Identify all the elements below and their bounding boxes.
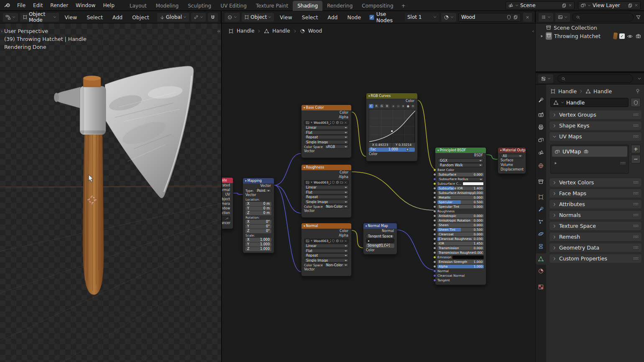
- socket-metallic[interactable]: [433, 196, 436, 199]
- expand-icon[interactable]: [540, 34, 544, 38]
- socket-emission[interactable]: [433, 256, 436, 259]
- socket-clearcoat-roughness[interactable]: [433, 237, 436, 240]
- node-header[interactable]: ▾Normal: [302, 223, 351, 229]
- curve-graph[interactable]: [369, 109, 415, 143]
- 3d-viewport[interactable]: User Perspective (39) Throwing Hatchet |…: [0, 23, 222, 362]
- snap-toggle[interactable]: [208, 13, 218, 22]
- region-join-icon[interactable]: ‹›: [217, 28, 220, 34]
- menu-help[interactable]: Help: [99, 0, 118, 11]
- use-nodes-toggle[interactable]: ✓Use Nodes: [369, 11, 401, 23]
- outliner-row-scene-collection[interactable]: Scene Collection: [536, 23, 644, 32]
- strength-slider[interactable]: Strength1.000: [366, 244, 394, 248]
- mapping-scale-x[interactable]: X1.000: [245, 238, 271, 242]
- breadcrumb-data[interactable]: Handle: [593, 88, 612, 94]
- socket-transmission[interactable]: [433, 247, 436, 250]
- close-icon[interactable]: [568, 3, 572, 7]
- properties-tab-physics[interactable]: [536, 228, 546, 240]
- node-image-texture-normal[interactable]: ▾NormalColorAlphaWood063_2K_N...LinearFl…: [301, 223, 352, 276]
- slider-sheen[interactable]: Sheen0.000: [437, 223, 484, 227]
- scene-selector[interactable]: Scene: [506, 1, 575, 10]
- slider-metallic[interactable]: Metallic0.000: [437, 196, 484, 200]
- uv-maps-list[interactable]: UVMap: [550, 145, 629, 174]
- node-header[interactable]: ▾Material Output: [498, 148, 526, 153]
- slider-sheen-tint[interactable]: Sheen Tint0.500: [437, 228, 484, 232]
- socket-alpha[interactable]: [433, 265, 436, 268]
- color-swatch-emission[interactable]: [452, 255, 484, 259]
- unlink-material-button[interactable]: [523, 13, 532, 22]
- socket-fac-in[interactable]: [406, 148, 409, 151]
- outliner-display-mode[interactable]: [539, 13, 553, 22]
- socket-tangent[interactable]: [433, 279, 436, 282]
- socket-transmission-roughness[interactable]: [433, 251, 436, 254]
- workspace-tab-compositing[interactable]: Compositing: [357, 1, 398, 11]
- properties-tab-constraints[interactable]: [536, 241, 546, 252]
- mapping-location-y[interactable]: Y0 m: [245, 206, 271, 211]
- properties-search[interactable]: [557, 74, 633, 83]
- point-x-value[interactable]: X 0.49223: [369, 143, 391, 147]
- unlink-icon[interactable]: [344, 240, 347, 242]
- copy-icon[interactable]: [336, 239, 339, 242]
- collapse-icon[interactable]: ▾: [304, 106, 305, 110]
- socket-subsurface-radius[interactable]: [433, 178, 436, 181]
- source-dropdown[interactable]: Single Image: [304, 140, 349, 144]
- extension-dropdown[interactable]: Repeat: [304, 195, 349, 199]
- open-image-icon[interactable]: [340, 239, 343, 242]
- image-datablock-field[interactable]: Wood063_2K_R...: [304, 180, 349, 185]
- space-dropdown[interactable]: Tangent Space: [366, 234, 394, 238]
- grip-icon[interactable]: [633, 134, 639, 139]
- workspace-tab-sculpting[interactable]: Sculpting: [183, 1, 216, 11]
- properties-tab-texture[interactable]: [536, 281, 546, 293]
- collapse-icon[interactable]: ▾: [245, 179, 247, 183]
- menu-file[interactable]: File: [13, 0, 29, 11]
- breadcrumb-object[interactable]: Handle: [558, 88, 577, 94]
- target-dropdown[interactable]: All: [501, 154, 523, 158]
- scene-name[interactable]: Scene: [520, 3, 560, 8]
- socket-roughness[interactable]: [433, 210, 436, 213]
- color-space-dropdown[interactable]: Non-Color: [324, 204, 349, 209]
- workspace-tab-modeling[interactable]: Modeling: [151, 1, 184, 11]
- workspace-tab-texture-paint[interactable]: Texture Paint: [251, 1, 293, 11]
- copy-icon[interactable]: [336, 121, 339, 124]
- zoom-out-icon[interactable]: −: [396, 105, 400, 108]
- slider-specular[interactable]: Specular0.500: [437, 200, 484, 204]
- properties-tab-view-layer[interactable]: [536, 134, 546, 145]
- collapse-icon[interactable]: ▾: [365, 224, 367, 228]
- properties-tab-modifiers[interactable]: [536, 204, 546, 215]
- viewport-menu-object[interactable]: Object: [128, 14, 153, 20]
- region-join-icon[interactable]: ›: [1, 28, 2, 34]
- options-chevron-icon[interactable]: [637, 76, 641, 81]
- properties-display-selector[interactable]: [538, 74, 553, 83]
- panel-header-geometry-data[interactable]: Geometry Data: [549, 243, 642, 252]
- pin-icon[interactable]: [635, 88, 641, 94]
- fake-user-icon[interactable]: [506, 15, 511, 20]
- grip-icon[interactable]: [633, 191, 639, 196]
- object-picker-field[interactable]: [222, 216, 230, 221]
- viewport-menu-add[interactable]: Add: [109, 14, 126, 20]
- projection-dropdown[interactable]: Flat: [304, 249, 349, 253]
- copy-material-icon[interactable]: [513, 15, 518, 20]
- tools-dropdown-icon[interactable]: ▾: [401, 105, 405, 108]
- copy-icon[interactable]: [336, 181, 339, 184]
- socket-anisotropic[interactable]: [433, 214, 436, 217]
- collection-label[interactable]: Throwing Hatchet: [554, 33, 611, 39]
- panel-header-vertex-groups[interactable]: Vertex Groups: [549, 110, 642, 120]
- new-scene-icon[interactable]: [562, 3, 567, 8]
- extension-dropdown[interactable]: Repeat: [304, 135, 349, 139]
- uv-map-name[interactable]: UVMap: [562, 148, 581, 155]
- node-rgb-curves[interactable]: ▾RGB CurvesColorCRGB+−▾●✕X 0.49223Y 0.33…: [366, 93, 418, 161]
- outliner-filter-mode[interactable]: [555, 13, 570, 22]
- interpolation-dropdown[interactable]: Linear: [304, 185, 349, 189]
- socket-specular[interactable]: [433, 201, 436, 204]
- grip-icon[interactable]: [633, 201, 639, 207]
- node-material-output[interactable]: ▾Material OutputAllSurfaceVolumeDisplace…: [498, 147, 526, 174]
- dropdown-subsurface-radius[interactable]: Subsurface Radius: [437, 177, 484, 181]
- shader-editor-type-selector[interactable]: [225, 13, 240, 22]
- extension-dropdown[interactable]: Repeat: [304, 253, 349, 257]
- subsurface-method-dropdown[interactable]: Random Walk: [438, 163, 483, 167]
- socket-subsurface-c-[interactable]: [433, 182, 436, 185]
- properties-tab-world[interactable]: [536, 160, 546, 171]
- collapse-icon[interactable]: ▾: [437, 149, 439, 152]
- workspace-tab-shading[interactable]: Shading: [293, 1, 322, 11]
- slider-subsurface[interactable]: Subsurface0.000: [437, 173, 484, 177]
- socket-subsurface-ior[interactable]: [433, 187, 436, 190]
